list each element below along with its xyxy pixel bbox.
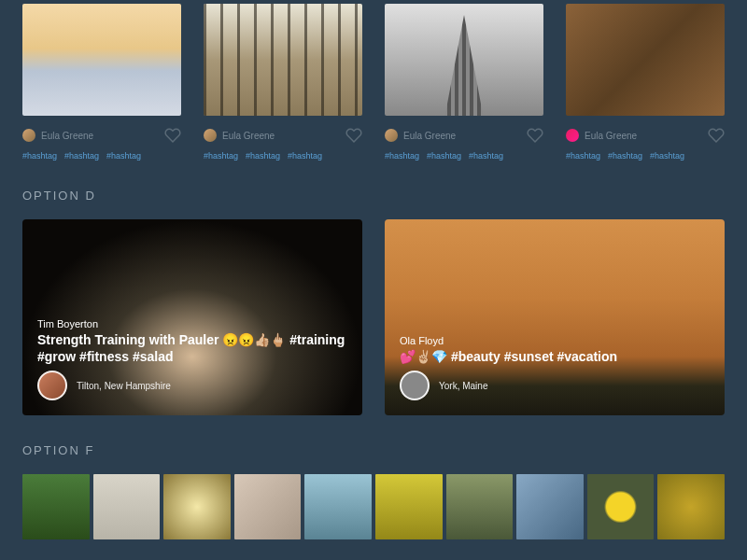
author[interactable]: Eula Greene [204, 129, 275, 142]
feature-card[interactable]: Ola Floyd 💕✌🏼💎 #beauty #sunset #vacation… [385, 219, 725, 415]
author-name: Ola Floyd [400, 335, 617, 346]
thumbnail[interactable] [304, 474, 372, 539]
avatar-icon [400, 371, 430, 400]
heart-icon[interactable] [164, 127, 181, 144]
thumbnail[interactable] [587, 474, 655, 539]
card-row-large: Tim Boyerton Strength Training with Paul… [22, 219, 725, 415]
hashtags[interactable]: #hashtag#hashtag#hashtag [22, 151, 181, 161]
photo-thumbnail[interactable] [22, 4, 181, 116]
avatar-icon [566, 129, 579, 142]
card-row-small: Eula Greene #hashtag#hashtag#hashtag Eul… [22, 0, 725, 161]
section-title-f: OPTION F [22, 443, 725, 457]
photo-card[interactable]: Eula Greene #hashtag#hashtag#hashtag [22, 4, 181, 161]
thumbnail[interactable] [93, 474, 161, 539]
author-name: Eula Greene [585, 131, 637, 141]
section-title-d: OPTION D [22, 189, 725, 203]
author-name: Eula Greene [222, 131, 275, 141]
heart-icon[interactable] [345, 127, 362, 144]
author-name: Tim Boyerton [37, 318, 347, 329]
avatar-icon [37, 371, 67, 400]
photo-thumbnail[interactable] [566, 4, 725, 116]
hashtags[interactable]: #hashtag#hashtag#hashtag [204, 151, 362, 161]
heart-icon[interactable] [527, 127, 543, 144]
photo-card[interactable]: Eula Greene #hashtag#hashtag#hashtag [385, 4, 543, 161]
thumbnail[interactable] [163, 474, 231, 539]
author[interactable]: Eula Greene [566, 129, 637, 142]
thumbnail[interactable] [234, 474, 302, 539]
avatar-icon [385, 129, 398, 142]
photo-card[interactable]: Eula Greene #hashtag#hashtag#hashtag [204, 4, 362, 161]
feature-card[interactable]: Tim Boyerton Strength Training with Paul… [22, 219, 362, 415]
photo-card[interactable]: Eula Greene #hashtag#hashtag#hashtag [566, 4, 725, 161]
author[interactable]: Eula Greene [22, 129, 93, 142]
thumbnail-strip [22, 474, 725, 539]
photo-thumbnail[interactable] [204, 4, 362, 116]
thumbnail[interactable] [22, 474, 90, 539]
hashtags[interactable]: #hashtag#hashtag#hashtag [385, 151, 543, 161]
caption: 💕✌🏼💎 #beauty #sunset #vacation [400, 348, 617, 365]
location: Tilton, New Hampshire [77, 381, 171, 391]
avatar-icon [22, 129, 35, 142]
heart-icon[interactable] [708, 127, 725, 144]
thumbnail[interactable] [375, 474, 443, 539]
thumbnail[interactable] [516, 474, 584, 539]
author-name: Eula Greene [403, 131, 456, 141]
photo-thumbnail[interactable] [385, 4, 543, 116]
caption: Strength Training with Pauler 😠😠👍🏼🖕🏼 #tr… [37, 331, 347, 365]
hashtags[interactable]: #hashtag#hashtag#hashtag [566, 151, 725, 161]
author[interactable]: Eula Greene [385, 129, 456, 142]
thumbnail[interactable] [657, 474, 725, 539]
location: York, Maine [439, 381, 487, 391]
author-name: Eula Greene [41, 131, 93, 141]
avatar-icon [204, 129, 217, 142]
thumbnail[interactable] [446, 474, 514, 539]
